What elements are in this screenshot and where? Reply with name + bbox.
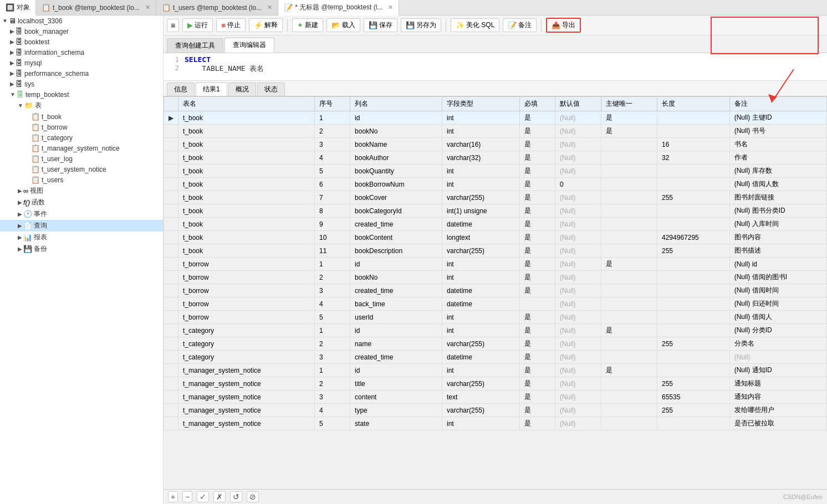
sidebar-item-reports-folder[interactable]: ▶ 📊 报表 <box>0 232 163 243</box>
col-header-seq[interactable]: 序号 <box>315 97 350 111</box>
tab-status[interactable]: 状态 <box>257 83 285 96</box>
stop-icon: ■ <box>221 21 226 29</box>
sidebar-item-t-borrow[interactable]: ▶ 📋 t_borrow <box>0 122 163 132</box>
sidebar-item-events-folder[interactable]: ▶ 🕐 事件 <box>0 208 163 220</box>
row-table: t_category <box>178 351 315 364</box>
refresh-button[interactable]: ↺ <box>230 491 242 502</box>
tab-info[interactable]: 信息 <box>167 83 195 96</box>
table-row[interactable]: t_manager_system_notice 3 content text 是… <box>164 390 827 404</box>
sidebar-item-t-user-log[interactable]: ▶ 📋 t_user_log <box>0 153 163 164</box>
tab-t-users[interactable]: 📋 t_users @temp_booktest (lo... ✕ <box>156 0 278 15</box>
tab-untitled[interactable]: 📝 * 无标题 @temp_booktest (l... ✕ <box>278 0 399 16</box>
table-row[interactable]: t_manager_system_notice 4 type varchar(2… <box>164 404 827 417</box>
add-row-button[interactable]: + <box>168 491 178 502</box>
table-row[interactable]: t_manager_system_notice 5 state int 是 (N… <box>164 417 827 430</box>
t-borrow-label: t_borrow <box>42 124 68 131</box>
tab-result1[interactable]: 结果1 <box>196 83 227 96</box>
table-row[interactable]: t_book 11 bookDescription varchar(255) 是… <box>164 244 827 258</box>
save-as-icon: 💾 <box>406 21 415 29</box>
run-button[interactable]: ▶ 运行 <box>182 18 213 32</box>
tab-t-users-label: t_users @temp_booktest (lo... <box>173 4 262 12</box>
table-row[interactable]: t_book 4 bookAuthor varchar(32) 是 (Null)… <box>164 151 827 164</box>
tab-object[interactable]: 🔲 对象 <box>0 0 36 16</box>
sidebar-item-t-book[interactable]: ▶ 📋 t_book <box>0 111 163 122</box>
row-col: bookDescription <box>350 244 442 258</box>
t-users-label: t_users <box>42 176 63 184</box>
save-button[interactable]: 💾 保存 <box>364 18 397 32</box>
cancel-button[interactable]: ✗ <box>213 491 226 502</box>
col-header-note[interactable]: 备注 <box>729 97 826 111</box>
table-row[interactable]: t_book 8 bookCategoryId int(1) unsigne 是… <box>164 204 827 218</box>
row-pointer <box>164 125 178 138</box>
save-as-button[interactable]: 💾 另存为 <box>401 18 441 32</box>
sidebar-item-queries-folder[interactable]: ▶ 📄 查询 <box>0 220 163 232</box>
table-row[interactable]: t_book 6 bookBorrowNum int 是 0 (Null) 借阅… <box>164 178 827 191</box>
sidebar-item-book-manager[interactable]: ▶ 🗄 book_manager <box>0 26 163 37</box>
sidebar-item-views-folder[interactable]: ▶ ∞ 视图 <box>0 185 163 197</box>
sidebar-item-t-users[interactable]: ▶ 📋 t_users <box>0 174 163 185</box>
col-header-col[interactable]: 列名 <box>350 97 442 111</box>
sidebar-item-perf-schema[interactable]: ▶ 🗄 performance_schema <box>0 68 163 79</box>
table-row[interactable]: t_book 5 bookQuantity int 是 (Null) (Null… <box>164 164 827 178</box>
table-row[interactable]: t_borrow 1 id int 是 (Null) 是 (Null) id <box>164 258 827 271</box>
table-row[interactable]: t_borrow 5 userId int 是 (Null) (Null) 借阅… <box>164 311 827 324</box>
row-pk: 是 <box>601 258 657 271</box>
tab-query-builder[interactable]: 查询创建工具 <box>167 38 223 53</box>
row-pointer <box>164 297 178 311</box>
col-header-required[interactable]: 必填 <box>519 97 555 111</box>
sidebar-item-sys[interactable]: ▶ 🗄 sys <box>0 79 163 89</box>
tab-t-book[interactable]: 📋 t_book @temp_booktest (lo... ✕ <box>36 0 156 15</box>
beautify-button[interactable]: ✨ 美化 SQL <box>451 18 499 32</box>
col-header-default[interactable]: 默认值 <box>555 97 601 111</box>
table-row[interactable]: t_book 10 bookContent longtext 是 (Null) … <box>164 231 827 244</box>
new-button[interactable]: ✦ 新建 <box>292 18 323 32</box>
sidebar-root[interactable]: ▼ 🖥 localhost_3306 <box>0 16 163 26</box>
reports-folder-arrow: ▶ <box>18 234 22 240</box>
row-default: (Null) <box>555 404 601 417</box>
table-row[interactable]: t_manager_system_notice 2 title varchar(… <box>164 377 827 390</box>
explain-button[interactable]: ⚡ 解释 <box>249 18 283 32</box>
tab-untitled-close[interactable]: ✕ <box>388 4 393 11</box>
table-row[interactable]: t_category 3 created_time datetime 是 (Nu… <box>164 351 827 364</box>
sidebar-item-tables-folder[interactable]: ▼ 📁 表 <box>0 100 163 111</box>
sidebar-item-t-user-sys-notice[interactable]: ▶ 📋 t_user_system_notice <box>0 164 163 174</box>
table-row[interactable]: t_book 7 bookCover varchar(255) 是 (Null)… <box>164 191 827 204</box>
tab-query-editor[interactable]: 查询编辑器 <box>224 38 274 53</box>
tab-t-book-close[interactable]: ✕ <box>145 4 150 11</box>
table-row[interactable]: t_book 2 bookNo int 是 (Null) 是 (Null) 书号 <box>164 125 827 138</box>
sidebar-item-backup-folder[interactable]: ▶ 💾 备份 <box>0 243 163 255</box>
sql-editor[interactable]: 1 SELECT 2 TABLE_NAME 表名 <box>164 53 827 81</box>
export-button[interactable]: 📤 导出 <box>546 18 581 33</box>
sidebar-item-mysql[interactable]: ▶ 🗄 mysql <box>0 58 163 68</box>
table-row[interactable]: t_borrow 2 bookNo int 是 (Null) (Null) 借阅… <box>164 271 827 284</box>
t-category-icon: 📋 <box>31 133 40 142</box>
col-header-length[interactable]: 长度 <box>657 97 730 111</box>
note-button[interactable]: 📝 备注 <box>503 18 537 32</box>
remove-row-button[interactable]: − <box>182 491 192 502</box>
table-row[interactable]: t_book 3 bookName varchar(16) 是 (Null) 1… <box>164 138 827 151</box>
table-row[interactable]: t_borrow 4 back_time datetime (Null) (Nu… <box>164 297 827 311</box>
row-length: 65535 <box>657 390 730 404</box>
sidebar-item-functions-folder[interactable]: ▶ f() 函数 <box>0 197 163 208</box>
sidebar-item-t-category[interactable]: ▶ 📋 t_category <box>0 132 163 143</box>
table-row[interactable]: t_category 2 name varchar(255) 是 (Null) … <box>164 337 827 351</box>
tab-t-users-close[interactable]: ✕ <box>267 4 272 11</box>
tab-overview[interactable]: 概况 <box>228 83 256 96</box>
sidebar-item-information-schema[interactable]: ▶ 🗄 information_schema <box>0 47 163 58</box>
confirm-button[interactable]: ✓ <box>197 491 209 502</box>
table-row[interactable]: t_book 9 created_time datetime 是 (Null) … <box>164 218 827 231</box>
sidebar-item-temp-booktest[interactable]: ▼ 🗄 temp_booktest <box>0 89 163 100</box>
hamburger-menu[interactable]: ≡ <box>167 19 179 32</box>
sidebar-item-booktest[interactable]: ▶ 🗄 booktest <box>0 37 163 47</box>
table-row[interactable]: t_category 1 id int 是 (Null) 是 (Null) 分类… <box>164 324 827 337</box>
stop-button[interactable]: ■ 停止 <box>216 18 246 32</box>
table-row[interactable]: t_borrow 3 created_time datetime 是 (Null… <box>164 284 827 297</box>
table-row[interactable]: t_manager_system_notice 1 id int 是 (Null… <box>164 364 827 377</box>
col-header-pk[interactable]: 主键唯一 <box>601 97 657 111</box>
col-header-type[interactable]: 字段类型 <box>442 97 520 111</box>
stop-edit-button[interactable]: ⊘ <box>247 491 259 502</box>
sidebar-item-t-manager[interactable]: ▶ 📋 t_manager_system_notice <box>0 143 163 153</box>
col-header-table[interactable]: 表名 <box>178 97 315 111</box>
table-row[interactable]: ▶ t_book 1 id int 是 (Null) 是 (Null) 主键ID <box>164 111 827 125</box>
load-button[interactable]: 📂 载入 <box>326 18 360 32</box>
